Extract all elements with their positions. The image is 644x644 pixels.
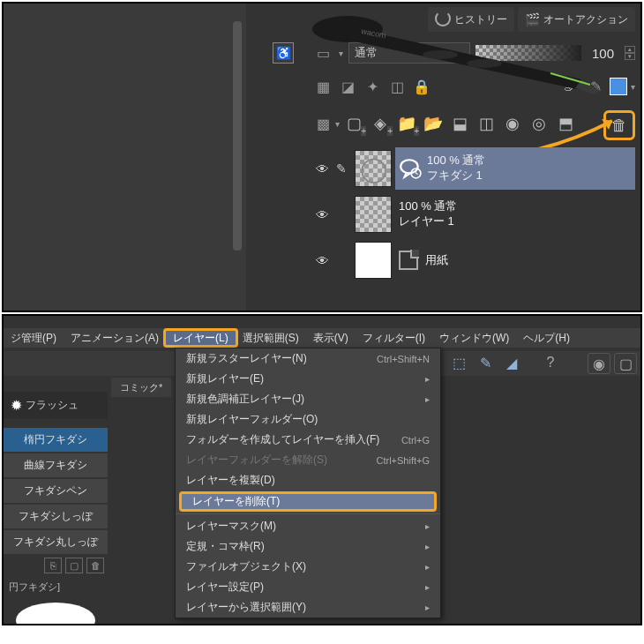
subtool-palette: ✹フラッシュ 楕円フキダシ 曲線フキダシ フキダシペン フキダシしっぽ フキダシ… [4, 392, 108, 625]
duplicate-subtool-icon[interactable]: ⎘ [44, 558, 62, 573]
edit-indicator[interactable]: ✎ [332, 161, 351, 176]
opacity-stepper[interactable]: ▴▾ [625, 46, 635, 60]
qa-help-icon[interactable]: ? [540, 353, 561, 372]
paper-layer-icon [399, 251, 418, 270]
menu-selection[interactable]: 選択範囲(S) [236, 328, 306, 348]
menu-view[interactable]: 表示(V) [306, 328, 356, 348]
layer-row-raster[interactable]: 100 % 通常レイヤー 1 [395, 193, 635, 236]
delete-layer-button[interactable]: 🗑 [603, 110, 635, 140]
qa-icon-1[interactable]: ⬚ [448, 353, 469, 372]
page-icon[interactable]: ▭ [312, 42, 333, 64]
subtool-header[interactable]: ✹フラッシュ [4, 392, 108, 419]
layer-thumbnail[interactable] [355, 196, 392, 233]
new-vector-icon[interactable]: ◈+ [368, 111, 393, 136]
balloon-layer-icon [399, 157, 422, 180]
checker-icon[interactable]: ▦ [312, 76, 333, 97]
blend-mode-dropdown[interactable]: 通常 [348, 42, 470, 64]
dd-new-layer[interactable]: 新規レイヤー(E)▸ [176, 369, 440, 389]
chevron-down-icon[interactable]: ▾ [335, 119, 340, 129]
svg-point-0 [401, 160, 418, 173]
visibility-toggle[interactable]: 👁 [312, 207, 332, 222]
new-raster-icon[interactable]: ▢+ [341, 111, 366, 136]
layer-thumbnail[interactable] [355, 242, 392, 279]
merge-down-icon[interactable]: ⬓ [447, 111, 472, 136]
lock-icon[interactable]: 🔒 [411, 76, 432, 97]
dd-delete-layer[interactable]: レイヤーを削除(T) [179, 491, 437, 512]
tool-balloon-round-tail[interactable]: フキダシ丸しっぽ [4, 530, 108, 554]
dd-new-layer-folder[interactable]: 新規レイヤーフォルダー(O) [176, 409, 440, 430]
dd-selection-from-layer[interactable]: レイヤーから選択範囲(Y)▸ [176, 597, 440, 618]
dd-new-correction-layer[interactable]: 新規色調補正レイヤー(J)▸ [176, 389, 440, 409]
history-tab[interactable]: ヒストリー [428, 7, 514, 32]
dd-layer-settings[interactable]: レイヤー設定(P)▸ [176, 577, 440, 597]
menu-window[interactable]: ウィンドウ(W) [432, 328, 516, 348]
dd-ungroup-folder: レイヤーフォルダーを解除(S)Ctrl+Shift+G [176, 450, 440, 470]
tool-ellipse-balloon[interactable]: 楕円フキダシ [4, 428, 108, 452]
combine-icon[interactable]: ◫ [474, 111, 498, 136]
opacity-slider[interactable] [476, 45, 581, 61]
dd-create-folder-insert[interactable]: フォルダーを作成してレイヤーを挿入(F)Ctrl+G [176, 430, 440, 450]
new-folder-icon[interactable]: 📁+ [394, 111, 419, 136]
layer-list: 👁 ✎ ◯ 100 % 通常フキダシ 1 👁 100 % 通常レイヤー 1 👁 … [312, 146, 635, 284]
qa-icon-2[interactable]: ✎ [475, 353, 496, 372]
vertical-scrollbar[interactable] [233, 21, 242, 251]
ref-icon[interactable]: ✦ [362, 76, 383, 97]
dd-separator [176, 513, 440, 514]
layer-color-swatch[interactable] [610, 78, 627, 95]
chevron-down-icon[interactable]: ▾ [631, 82, 635, 92]
change-color-icon[interactable]: ⬒ [553, 111, 578, 136]
apply-mask-icon[interactable]: ◎ [527, 111, 551, 136]
checker2-icon[interactable]: ▩ [312, 113, 333, 134]
menu-animation[interactable]: アニメーション(A) [64, 328, 166, 348]
clip-icon[interactable]: ◪ [337, 76, 358, 97]
balloon-shape-preview[interactable] [16, 603, 95, 625]
autoaction-tab[interactable]: 🎬オートアクション [518, 7, 635, 32]
canvas-area [4, 4, 246, 311]
menubar: ジ管理(P) アニメーション(A) レイヤー(L) 選択範囲(S) 表示(V) … [4, 328, 640, 348]
menu-filter[interactable]: フィルター(I) [356, 328, 432, 348]
dd-ruler-frame[interactable]: 定規・コマ枠(R)▸ [176, 536, 440, 557]
clip-studio-icon[interactable]: ◉ [588, 353, 610, 374]
visibility-toggle[interactable]: 👁 [312, 253, 332, 268]
layer-thumbnail[interactable]: ◯ [355, 150, 392, 187]
dd-new-raster-layer[interactable]: 新規ラスターレイヤー(N)Ctrl+Shift+N [176, 348, 440, 369]
menu-page-manage[interactable]: ジ管理(P) [4, 328, 64, 348]
effect-icon[interactable]: ✎ [585, 76, 606, 97]
layer-menu-dropdown: 新規ラスターレイヤー(N)Ctrl+Shift+N 新規レイヤー(E)▸ 新規色… [175, 348, 441, 618]
accessibility-icon[interactable]: ♿ [273, 42, 294, 64]
mask-icon[interactable]: ◉ [500, 111, 525, 136]
dd-file-object[interactable]: ファイルオブジェクト(X)▸ [176, 557, 440, 577]
delete-subtool-icon[interactable]: 🗑 [86, 558, 104, 573]
layer-row-paper[interactable]: 用紙 [395, 239, 635, 281]
tool-balloon-tail[interactable]: フキダシしっぽ [4, 505, 108, 528]
tool-curve-balloon[interactable]: 曲線フキダシ [4, 453, 108, 477]
menu-help[interactable]: ヘルプ(H) [516, 328, 577, 348]
dd-duplicate-layer[interactable]: レイヤーを複製(D) [176, 470, 440, 490]
opacity-value: 100 [587, 46, 619, 61]
folder-insert-icon[interactable]: 📂 [421, 111, 446, 136]
visibility-toggle[interactable]: 👁 [312, 161, 332, 176]
chevron-down-icon[interactable]: ▾ [339, 49, 343, 58]
qa-icon-3[interactable]: ◢ [501, 353, 522, 372]
dd-layer-mask[interactable]: レイヤーマスク(M)▸ [176, 516, 440, 536]
tool-property-label: 円フキダシ] [4, 577, 108, 597]
add-subtool-icon[interactable]: ▢ [65, 558, 83, 573]
layer-row-balloon[interactable]: 100 % 通常フキダシ 1 [395, 147, 635, 190]
document-tab[interactable]: コミック* [111, 378, 171, 397]
link-icon[interactable]: 🖇 [560, 76, 581, 97]
draft-icon[interactable]: ◫ [386, 76, 408, 97]
tool-balloon-pen[interactable]: フキダシペン [4, 479, 108, 503]
new-doc-icon[interactable]: ▢ [614, 353, 637, 374]
menu-layer[interactable]: レイヤー(L) [163, 328, 238, 348]
